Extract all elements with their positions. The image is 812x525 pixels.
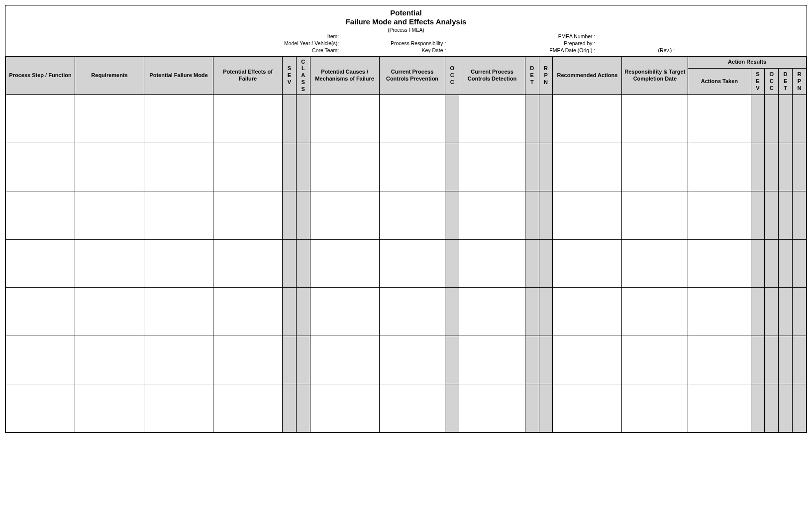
table-cell[interactable] xyxy=(553,384,622,433)
table-cell[interactable] xyxy=(688,143,751,191)
table-cell[interactable] xyxy=(553,95,622,143)
table-cell[interactable] xyxy=(525,288,539,336)
table-cell[interactable] xyxy=(751,336,765,384)
table-cell[interactable] xyxy=(622,95,688,143)
table-cell[interactable] xyxy=(525,336,539,384)
table-cell[interactable] xyxy=(6,191,75,240)
table-cell[interactable] xyxy=(445,191,459,240)
table-cell[interactable] xyxy=(296,336,310,384)
table-cell[interactable] xyxy=(144,95,213,143)
table-cell[interactable] xyxy=(144,240,213,288)
table-cell[interactable] xyxy=(459,240,525,288)
table-cell[interactable] xyxy=(622,384,688,433)
table-cell[interactable] xyxy=(792,191,806,240)
table-cell[interactable] xyxy=(144,143,213,191)
table-cell[interactable] xyxy=(6,336,75,384)
table-cell[interactable] xyxy=(525,384,539,433)
table-cell[interactable] xyxy=(75,240,144,288)
table-cell[interactable] xyxy=(459,288,525,336)
table-cell[interactable] xyxy=(765,336,779,384)
table-cell[interactable] xyxy=(283,384,297,433)
table-cell[interactable] xyxy=(539,288,553,336)
table-cell[interactable] xyxy=(779,336,793,384)
table-cell[interactable] xyxy=(751,191,765,240)
table-cell[interactable] xyxy=(75,288,144,336)
table-cell[interactable] xyxy=(779,384,793,433)
table-cell[interactable] xyxy=(283,191,297,240)
table-cell[interactable] xyxy=(379,336,445,384)
table-cell[interactable] xyxy=(539,336,553,384)
table-cell[interactable] xyxy=(751,143,765,191)
table-cell[interactable] xyxy=(379,288,445,336)
table-cell[interactable] xyxy=(144,191,213,240)
table-cell[interactable] xyxy=(445,240,459,288)
table-cell[interactable] xyxy=(283,288,297,336)
table-cell[interactable] xyxy=(379,95,445,143)
table-cell[interactable] xyxy=(779,288,793,336)
table-cell[interactable] xyxy=(459,95,525,143)
table-cell[interactable] xyxy=(310,95,379,143)
table-cell[interactable] xyxy=(379,384,445,433)
table-cell[interactable] xyxy=(6,384,75,433)
table-cell[interactable] xyxy=(75,384,144,433)
table-cell[interactable] xyxy=(765,384,779,433)
table-cell[interactable] xyxy=(688,288,751,336)
table-cell[interactable] xyxy=(6,95,75,143)
table-cell[interactable] xyxy=(688,240,751,288)
table-cell[interactable] xyxy=(283,143,297,191)
table-cell[interactable] xyxy=(765,288,779,336)
table-cell[interactable] xyxy=(459,191,525,240)
table-cell[interactable] xyxy=(213,143,283,191)
table-cell[interactable] xyxy=(213,384,283,433)
table-cell[interactable] xyxy=(553,240,622,288)
table-cell[interactable] xyxy=(310,240,379,288)
table-cell[interactable] xyxy=(213,240,283,288)
table-cell[interactable] xyxy=(75,143,144,191)
table-cell[interactable] xyxy=(553,288,622,336)
table-cell[interactable] xyxy=(792,288,806,336)
table-cell[interactable] xyxy=(445,336,459,384)
table-cell[interactable] xyxy=(553,336,622,384)
table-cell[interactable] xyxy=(792,240,806,288)
table-cell[interactable] xyxy=(283,240,297,288)
table-cell[interactable] xyxy=(688,384,751,433)
table-cell[interactable] xyxy=(688,191,751,240)
table-cell[interactable] xyxy=(792,143,806,191)
table-cell[interactable] xyxy=(688,95,751,143)
table-cell[interactable] xyxy=(779,191,793,240)
table-cell[interactable] xyxy=(213,95,283,143)
table-cell[interactable] xyxy=(539,95,553,143)
table-cell[interactable] xyxy=(296,95,310,143)
table-cell[interactable] xyxy=(75,191,144,240)
table-cell[interactable] xyxy=(622,336,688,384)
table-cell[interactable] xyxy=(525,240,539,288)
table-cell[interactable] xyxy=(622,191,688,240)
table-cell[interactable] xyxy=(751,384,765,433)
table-cell[interactable] xyxy=(310,336,379,384)
table-cell[interactable] xyxy=(622,240,688,288)
table-cell[interactable] xyxy=(751,288,765,336)
table-cell[interactable] xyxy=(765,143,779,191)
table-cell[interactable] xyxy=(213,336,283,384)
table-cell[interactable] xyxy=(622,143,688,191)
table-cell[interactable] xyxy=(213,288,283,336)
table-cell[interactable] xyxy=(6,288,75,336)
table-cell[interactable] xyxy=(379,143,445,191)
table-cell[interactable] xyxy=(622,288,688,336)
table-cell[interactable] xyxy=(792,336,806,384)
table-cell[interactable] xyxy=(553,143,622,191)
table-cell[interactable] xyxy=(765,95,779,143)
table-cell[interactable] xyxy=(525,191,539,240)
table-cell[interactable] xyxy=(310,384,379,433)
table-cell[interactable] xyxy=(779,240,793,288)
table-cell[interactable] xyxy=(6,143,75,191)
table-cell[interactable] xyxy=(539,240,553,288)
table-cell[interactable] xyxy=(213,191,283,240)
table-cell[interactable] xyxy=(751,95,765,143)
table-cell[interactable] xyxy=(144,288,213,336)
table-cell[interactable] xyxy=(539,191,553,240)
table-cell[interactable] xyxy=(525,95,539,143)
table-cell[interactable] xyxy=(296,384,310,433)
table-cell[interactable] xyxy=(75,95,144,143)
table-cell[interactable] xyxy=(459,336,525,384)
